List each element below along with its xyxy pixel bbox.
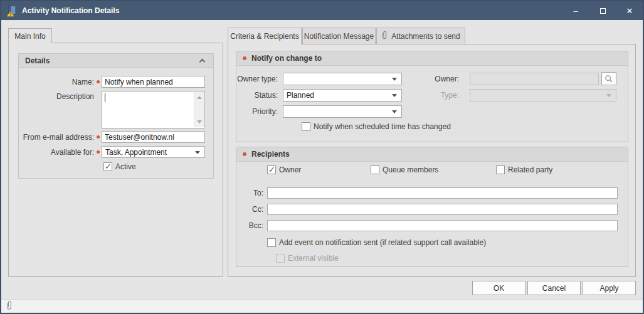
related-party-checkbox[interactable]: [496, 165, 505, 174]
main-info-tabpage: Details Name: Description: [8, 43, 223, 277]
bcc-label: Bcc:: [236, 221, 263, 230]
notify-group-title: Notify on change to: [251, 54, 322, 63]
chevron-down-icon: [606, 94, 611, 97]
owner-recipient-row: Owner: [267, 165, 301, 174]
scheduled-time-checkbox[interactable]: [302, 122, 310, 131]
tab-main-info-label: Main Info: [14, 32, 45, 41]
owner-type-row: Owner type:: [236, 73, 402, 85]
name-input[interactable]: [102, 76, 205, 88]
scroll-up-icon[interactable]: [197, 96, 202, 99]
bcc-input[interactable]: [267, 220, 618, 231]
paperclip-icon: [6, 300, 13, 313]
ok-button[interactable]: OK: [472, 281, 525, 295]
scroll-down-icon[interactable]: [197, 120, 202, 123]
owner-recipient-checkbox[interactable]: [267, 165, 276, 174]
minimize-button[interactable]: –: [566, 1, 585, 20]
chevron-down-icon: [392, 110, 397, 113]
chevron-down-icon: [392, 94, 397, 97]
cancel-button-label: Cancel: [542, 284, 566, 293]
priority-select[interactable]: [283, 105, 402, 118]
queue-members-label: Queue members: [383, 165, 438, 174]
chevron-down-icon: [392, 78, 397, 81]
active-label: Active: [115, 162, 136, 171]
details-group: Details Name: Description: [18, 53, 214, 179]
maximize-icon: [600, 8, 606, 14]
description-scrollbar[interactable]: [194, 92, 204, 127]
tab-notification-message-label: Notification Message: [304, 32, 374, 41]
close-button[interactable]: ✕: [620, 1, 639, 20]
tab-attachments[interactable]: Attachments to send: [376, 28, 465, 44]
dialog-content: Main Info Details Name: Description: [1, 20, 643, 313]
priority-label: Priority:: [236, 107, 278, 116]
to-input[interactable]: [267, 187, 618, 199]
available-for-select[interactable]: Task, Appointment: [102, 146, 205, 158]
details-group-title: Details: [25, 56, 50, 65]
owner-search-button[interactable]: [601, 72, 616, 85]
tab-criteria-recipients-label: Criteria & Recipients: [230, 32, 298, 41]
external-visible-row: External visible: [276, 254, 339, 263]
owner-recipient-label: Owner: [279, 165, 301, 174]
active-checkbox[interactable]: [103, 162, 112, 171]
description-textarea[interactable]: [102, 91, 205, 128]
tab-notification-message[interactable]: Notification Message: [302, 28, 376, 44]
name-row: Name:: [19, 76, 213, 88]
type-label: Type:: [421, 91, 459, 100]
owner-lookup-field: [470, 73, 599, 85]
type-select: [470, 89, 616, 102]
related-party-row: Related party: [496, 165, 552, 174]
priority-row: Priority:: [236, 105, 402, 118]
status-value: Planned: [287, 91, 314, 100]
to-row: To:: [236, 187, 618, 199]
active-checkbox-row: Active: [103, 162, 136, 171]
criteria-tabpage: Notify on change to Owner type: Status: …: [228, 44, 636, 277]
add-event-label: Add event on notification sent (if relat…: [279, 238, 486, 247]
recipients-group-title: Recipients: [251, 150, 290, 159]
external-visible-checkbox: [276, 254, 285, 263]
queue-members-checkbox[interactable]: [371, 165, 379, 174]
owner-row: Owner:: [421, 73, 599, 85]
available-for-label: Available for:: [19, 148, 94, 157]
window-title: Activity Notification Details: [22, 6, 558, 15]
cc-input[interactable]: [267, 204, 618, 215]
paperclip-icon: [381, 30, 388, 42]
add-event-row: Add event on notification sent (if relat…: [267, 238, 486, 247]
collapse-icon[interactable]: [199, 58, 206, 65]
search-icon: [604, 75, 613, 83]
from-email-row: From e-mail address:: [19, 131, 213, 143]
tab-criteria-recipients[interactable]: Criteria & Recipients: [228, 28, 302, 44]
cancel-button[interactable]: Cancel: [527, 281, 581, 295]
scheduled-time-checkbox-row: Notify when scheduled time has changed: [302, 122, 451, 131]
apply-button[interactable]: Apply: [583, 281, 636, 295]
maximize-button[interactable]: [593, 1, 612, 20]
required-dot-icon: [97, 135, 100, 139]
description-row: Description: [19, 91, 213, 128]
details-group-header[interactable]: Details: [19, 54, 213, 68]
cc-row: Cc:: [236, 204, 618, 215]
owner-type-select[interactable]: [283, 73, 402, 85]
title-bar: Activity Notification Details – ✕: [1, 1, 643, 20]
status-select[interactable]: Planned: [283, 89, 402, 102]
type-row: Type:: [421, 89, 616, 102]
external-visible-label: External visible: [288, 254, 339, 263]
required-dot-icon: [97, 80, 100, 83]
required-dot-icon: [243, 56, 246, 60]
owner-type-label: Owner type:: [236, 75, 278, 83]
dialog-window: Activity Notification Details – ✕ Main I…: [0, 0, 644, 314]
related-party-label: Related party: [508, 165, 552, 174]
queue-members-row: Queue members: [371, 165, 438, 174]
status-label: Status:: [236, 91, 278, 100]
required-dot-icon: [243, 152, 246, 156]
scheduled-time-label: Notify when scheduled time has changed: [314, 122, 451, 131]
name-label: Name:: [19, 78, 94, 86]
owner-label: Owner:: [421, 75, 459, 83]
tab-main-info[interactable]: Main Info: [8, 28, 52, 43]
status-row: Status: Planned: [236, 89, 402, 102]
add-event-checkbox[interactable]: [267, 238, 276, 247]
from-email-input[interactable]: [102, 131, 205, 143]
recipients-group-header: Recipients: [236, 147, 628, 162]
text-caret: [105, 93, 105, 102]
to-label: To:: [236, 189, 263, 197]
tab-attachments-label: Attachments to send: [391, 32, 460, 41]
ok-button-label: OK: [494, 284, 504, 293]
chevron-down-icon: [195, 151, 200, 154]
